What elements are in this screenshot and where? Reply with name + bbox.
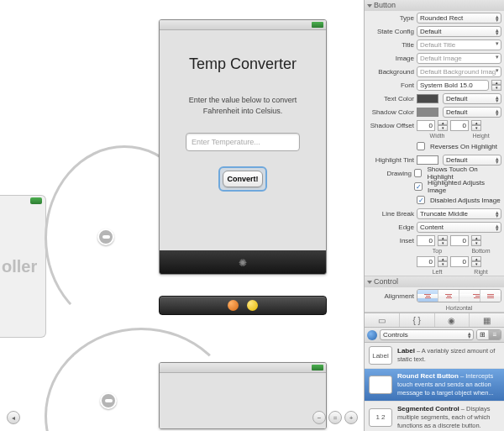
segue-node[interactable] — [97, 229, 114, 245]
outline-toggle-button[interactable]: ◂ — [7, 411, 20, 424]
image-field[interactable]: Default Image▾ — [417, 53, 501, 64]
font-stepper[interactable]: ▴▾ — [491, 80, 501, 91]
background-field[interactable]: Default Background Imag▾ — [417, 66, 501, 77]
controller-label: oller — [2, 257, 37, 276]
segue-node[interactable] — [100, 392, 117, 409]
shadow-width-field[interactable]: 0 — [417, 120, 435, 131]
storyboard-canvas[interactable]: oller Temp Converter Enter the value bel… — [0, 0, 364, 431]
shows-touch-checkbox[interactable] — [414, 169, 423, 177]
media-library-tab[interactable]: ▦ — [470, 313, 504, 327]
library-item-desc: Segmented Control – Displays multiple se… — [397, 405, 500, 430]
zoom-fit-button[interactable]: = — [328, 411, 342, 424]
brightness-icon: ✺ — [239, 257, 247, 269]
code-snippet-tab[interactable]: { } — [400, 313, 435, 327]
line-break-popup[interactable]: Truncate Middle▴▾ — [417, 208, 501, 219]
file-template-tab[interactable]: ▭ — [365, 313, 400, 327]
view-controller-icon[interactable] — [247, 300, 258, 311]
view-body[interactable]: Temp Converter Enter the value below to … — [160, 30, 326, 250]
state-config-popup[interactable]: Default▴▾ — [417, 26, 501, 37]
app-subtitle-label[interactable]: Enter the value below to convert Fahrenh… — [160, 95, 326, 116]
first-responder-icon[interactable] — [228, 300, 239, 311]
battery-icon — [30, 197, 42, 204]
inspector-panel: Button TypeRounded Rect▴▾ State ConfigDe… — [364, 0, 504, 431]
text-color-well[interactable] — [417, 94, 438, 103]
canvas-toolbar: ◂ − = + — [2, 411, 363, 426]
library-item-desc: Round Rect Button – Intercepts touch eve… — [397, 372, 500, 397]
simulated-iphone-view[interactable]: Temp Converter Enter the value below to … — [159, 19, 327, 275]
object-library-tab[interactable]: ◉ — [435, 313, 470, 327]
inset-left-field[interactable]: 0 — [417, 256, 435, 267]
battery-icon — [312, 22, 323, 28]
edge-popup[interactable]: Content▴▾ — [417, 222, 501, 233]
align-fill-button[interactable] — [480, 290, 501, 302]
text-color-popup[interactable]: Default▴▾ — [443, 93, 501, 104]
shadow-color-popup[interactable]: Default▴▾ — [443, 107, 501, 118]
library-tabs[interactable]: ▭ { } ◉ ▦ — [365, 313, 504, 328]
selection-halo[interactable]: Convert! — [218, 166, 267, 192]
library-item-thumb: Label — [369, 346, 392, 365]
shadow-height-stepper[interactable]: ▴▾ — [471, 120, 481, 131]
temperature-text-field[interactable]: Enter Temperature... — [186, 133, 300, 151]
highlight-tint-popup[interactable]: Default▴▾ — [443, 155, 501, 166]
shadow-height-field[interactable]: 0 — [450, 120, 469, 131]
shadow-color-well[interactable] — [417, 108, 438, 117]
font-field[interactable]: System Bold 15.0 — [417, 80, 489, 91]
zoom-in-button[interactable]: + — [344, 411, 358, 424]
tab-bar[interactable]: ✺ — [160, 250, 326, 275]
type-popup[interactable]: Rounded Rect▴▾ — [417, 13, 501, 24]
grid-view-button[interactable]: ⊞ — [477, 330, 489, 339]
highlight-tint-well[interactable] — [417, 155, 438, 165]
reverses-checkbox[interactable] — [417, 142, 425, 150]
library-item-thumb: 1 2 — [369, 408, 392, 427]
app-title-label[interactable]: Temp Converter — [160, 55, 326, 73]
library-icon — [367, 330, 377, 340]
status-bar — [160, 20, 326, 30]
library-item[interactable]: 1 2Segmented Control – Displays multiple… — [365, 402, 504, 431]
library-list[interactable]: LabelLabel – A variably sized amount of … — [365, 343, 504, 431]
button-section-header[interactable]: Button — [365, 0, 504, 11]
highlighted-adjusts-checkbox[interactable] — [414, 182, 423, 191]
inset-bottom-field[interactable]: 0 — [450, 235, 469, 246]
align-center-button[interactable] — [438, 290, 459, 302]
library-item[interactable]: Round Rect Button – Intercepts touch eve… — [365, 369, 504, 402]
library-filter-popup[interactable]: Controls▴▾ — [380, 329, 474, 340]
title-field[interactable]: Default Title▾ — [417, 39, 501, 50]
disclosure-triangle-icon — [367, 281, 372, 284]
align-left-button[interactable] — [417, 290, 438, 302]
shadow-width-stepper[interactable]: ▴▾ — [438, 120, 448, 131]
zoom-out-button[interactable]: − — [312, 411, 326, 424]
status-bar — [160, 363, 326, 373]
library-item-thumb — [369, 376, 392, 394]
scene-dock[interactable] — [159, 296, 327, 315]
inset-right-field[interactable]: 0 — [450, 256, 469, 267]
library-view-mode[interactable]: ⊞≡ — [476, 329, 501, 340]
disabled-adjusts-checkbox[interactable] — [417, 196, 425, 204]
library-item[interactable]: LabelLabel – A variably sized amount of … — [365, 343, 504, 369]
horizontal-alignment-segment[interactable] — [417, 289, 501, 302]
align-right-button[interactable] — [459, 290, 480, 302]
disclosure-triangle-icon — [367, 4, 372, 8]
library-item-desc: Label – A variably sized amount of stati… — [397, 347, 500, 364]
inset-top-field[interactable]: 0 — [417, 235, 435, 246]
view-controller-partial[interactable]: oller — [0, 195, 46, 338]
convert-button[interactable]: Convert! — [223, 171, 263, 187]
control-section-header[interactable]: Control — [365, 276, 504, 287]
list-view-button[interactable]: ≡ — [489, 330, 501, 339]
battery-icon — [312, 365, 323, 371]
